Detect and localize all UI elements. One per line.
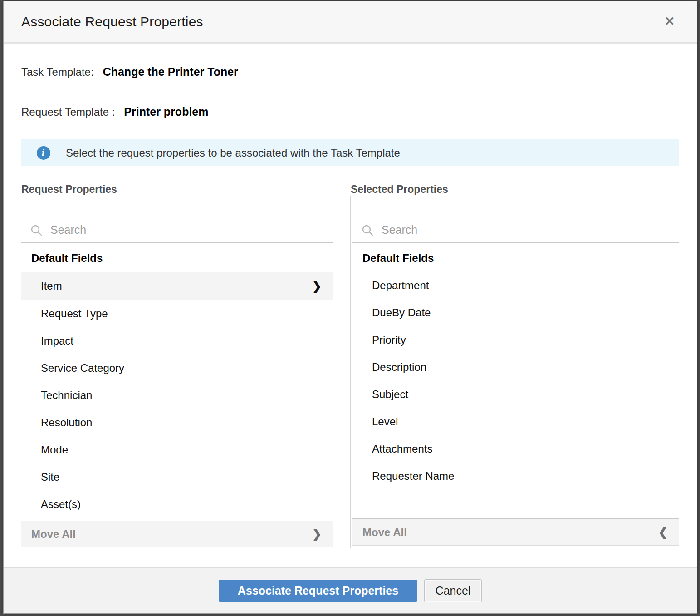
list-item-label: Resolution (41, 416, 92, 429)
separator (21, 89, 679, 89)
list-item[interactable]: Priority (352, 326, 679, 354)
move-all-label: Move All (362, 526, 407, 539)
list-item-label: Site (41, 471, 59, 483)
list-item[interactable]: DueBy Date (352, 299, 679, 326)
list-item[interactable]: Department (352, 272, 679, 299)
request-properties-heading: Request Properties (21, 183, 117, 196)
group-label: Default Fields (352, 244, 679, 272)
request-properties-search[interactable] (21, 217, 333, 243)
list-item[interactable]: Description (352, 354, 679, 381)
page-backdrop: Associate Request Properties ✕ Task Temp… (0, 0, 700, 616)
task-template-label: Task Template: (21, 66, 94, 79)
request-template-label: Request Template : (21, 106, 115, 118)
move-all-label: Move All (31, 528, 76, 541)
list-item-label: Subject (372, 388, 408, 401)
dialog-title: Associate Request Properties (21, 14, 203, 30)
list-item[interactable]: Technician (21, 382, 333, 409)
list-item-label: Department (372, 279, 429, 292)
list-item[interactable]: Site (21, 463, 333, 491)
list-item-label: Impact (41, 335, 73, 347)
list-item-label: Mode (41, 444, 68, 456)
request-template-row: Request Template : Printer problem (21, 105, 679, 118)
right-panel-outline (350, 196, 351, 548)
list-item[interactable]: Item❯ (21, 272, 333, 300)
list-item[interactable]: Resolution (21, 409, 333, 436)
list-item-label: Requester Name (372, 470, 454, 483)
close-icon[interactable]: ✕ (661, 13, 678, 30)
cancel-button[interactable]: Cancel (424, 579, 482, 602)
move-all-left-button[interactable]: Move All ❮ (352, 519, 679, 546)
selected-properties-heading: Selected Properties (351, 183, 448, 196)
list-item[interactable]: Request Type (21, 300, 333, 327)
list-item-label: Service Category (41, 362, 124, 375)
selected-properties-search[interactable] (352, 217, 679, 243)
list-item[interactable]: Requester Name (352, 463, 679, 490)
list-item-label: Asset(s) (41, 498, 81, 511)
move-all-right-button[interactable]: Move All ❯ (21, 521, 333, 547)
request-properties-list: Default Fields Item❯Request TypeImpactSe… (21, 244, 333, 521)
associate-request-properties-button[interactable]: Associate Request Properties (219, 580, 417, 602)
dialog-footer: Associate Request Properties Cancel (4, 567, 697, 613)
list-item-label: DueBy Date (372, 306, 431, 319)
request-template-value: Printer problem (124, 105, 208, 118)
list-item[interactable]: Asset(s) (21, 491, 333, 518)
search-input[interactable] (49, 223, 328, 237)
list-item[interactable]: Attachments (352, 435, 679, 463)
info-banner: i Select the request properties to be as… (21, 139, 679, 166)
list-item-label: Technician (41, 389, 92, 402)
chevron-right-icon: ❯ (312, 280, 322, 293)
task-template-row: Task Template: Change the Printer Toner (21, 65, 679, 79)
search-icon (362, 224, 373, 236)
chevron-left-icon: ❮ (658, 526, 668, 539)
group-label: Default Fields (21, 244, 333, 272)
associate-request-properties-dialog: Associate Request Properties ✕ Task Temp… (3, 1, 697, 614)
list-item-label: Request Type (41, 307, 108, 320)
list-item-label: Attachments (372, 443, 432, 455)
dialog-titlebar: Associate Request Properties (4, 1, 697, 44)
list-item[interactable]: Mode (21, 436, 333, 463)
list-item-label: Item (41, 280, 62, 292)
task-template-value: Change the Printer Toner (103, 65, 238, 79)
info-icon: i (37, 146, 50, 160)
list-item-label: Priority (372, 334, 406, 346)
list-item-label: Level (372, 415, 398, 428)
list-item[interactable]: Level (352, 408, 679, 435)
list-item[interactable]: Service Category (21, 355, 333, 382)
list-item[interactable]: Subject (352, 381, 679, 408)
chevron-right-icon: ❯ (312, 527, 322, 541)
info-banner-text: Select the request properties to be asso… (66, 147, 400, 159)
list-item-label: Description (372, 361, 426, 374)
selected-properties-list: Default Fields DepartmentDueBy DatePrior… (352, 244, 679, 519)
list-item[interactable]: Impact (21, 327, 333, 355)
search-input[interactable] (381, 223, 674, 237)
search-icon (30, 224, 42, 236)
